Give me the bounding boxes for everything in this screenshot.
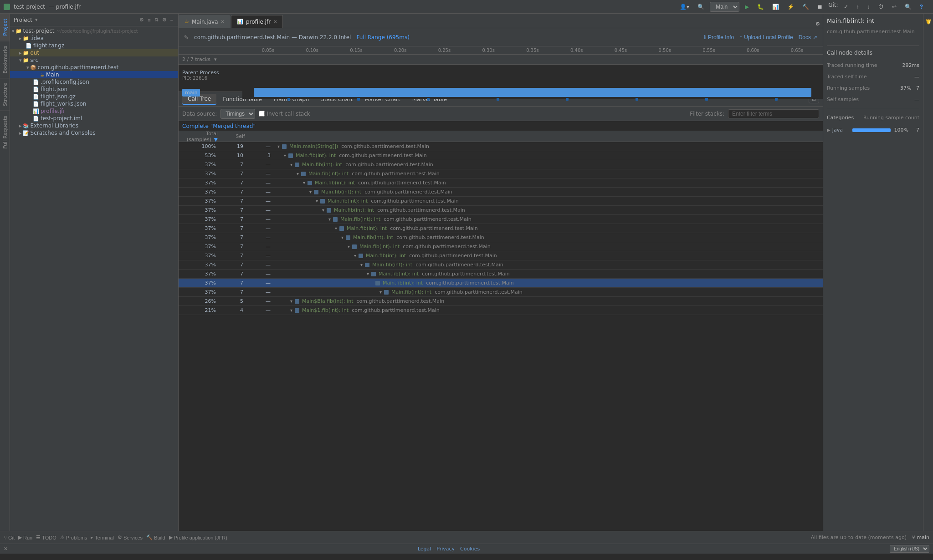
call-row[interactable]: 100% 19 — ▾ Main.main(String[]) com.gith… [179,142,823,151]
structure-tab[interactable]: Structure [0,78,10,111]
profile-app-btn[interactable]: ▶ Profile application (JFR) [169,535,227,540]
call-row[interactable]: 26% 5 — ▾ Main$Bla.fib(int): int com.git… [179,297,823,306]
invert-label[interactable]: Invert call stack [259,111,310,117]
cookies-link[interactable]: Cookies [460,546,480,552]
panel-close-btn[interactable]: − [169,17,174,23]
ct-toolbar: Data source: Timings Invert call stack F… [179,107,823,121]
git-status-btn[interactable]: ⑂ Git [4,535,15,540]
coverage-btn[interactable]: 📊 [769,2,782,12]
todo-btn[interactable]: ☰ TODO [36,535,56,540]
legal-link[interactable]: Legal [418,546,431,552]
call-row[interactable]: 37% 7 — ▾ Main.fib(int): int com.github.… [179,233,823,242]
stop-btn[interactable]: ⏹ [815,2,825,12]
tab-close-jfr[interactable]: ✕ [273,19,277,24]
tree-item-scratches[interactable]: ▸ 📝 Scratches and Consoles [10,129,178,137]
call-row[interactable]: 37% 7 — ▾ Main.fib(int): int com.github.… [179,197,823,206]
call-row[interactable]: 37% 7 — ▾ Main.fib(int): int com.github.… [179,188,823,197]
tree-item-flight-works[interactable]: 📄 flight_works.json [10,100,178,107]
filter-input[interactable] [728,109,819,118]
tree-item-src[interactable]: ▾ 📁 src [10,56,178,64]
call-row[interactable]: 37% 7 — ▾ Main.fib(int): int com.github.… [179,160,823,169]
profile-btn[interactable]: ⚡ [784,2,797,12]
run-config-dropdown[interactable]: Main [710,2,739,12]
call-row[interactable]: 37% 7 — ▾ Main.fib(int): int com.github.… [179,288,823,297]
call-row[interactable]: 37% 7 — ▾ Main.fib(int): int com.github.… [179,215,823,224]
tab-settings-btn[interactable]: ⚙ [813,20,823,28]
tree-item-flight-json-gz[interactable]: 📄 flight.json.gz [10,93,178,100]
tree-item-profile-jfr[interactable]: 📊 profile.jfr [10,107,178,115]
git-pull-btn[interactable]: ↓ [865,2,873,12]
tree-item-package[interactable]: ▾ 📦 com.github.parttimenerd.test [10,64,178,71]
privacy-link[interactable]: Privacy [436,546,455,552]
chevron-icon: ▾ [379,290,382,295]
tab-main-java[interactable]: ☕ Main.java ✕ [179,15,231,28]
call-row[interactable]: 21% 4 — ▾ Main$1.fib(int): int com.githu… [179,306,823,315]
invert-checkbox[interactable] [259,111,265,117]
call-table-body[interactable]: 100% 19 — ▾ Main.main(String[]) com.gith… [179,142,823,531]
call-row[interactable]: 37% 7 — Main.fib(int): int com.github.pa… [179,279,823,288]
call-row[interactable]: 37% 7 — ▾ Main.fib(int): int com.github.… [179,270,823,279]
category-expand-icon[interactable]: ▶ [827,127,830,132]
track-content-main[interactable] [242,86,823,99]
call-row[interactable]: 37% 7 — ▾ Main.fib(int): int com.github.… [179,206,823,215]
project-tab[interactable]: Project [0,14,10,41]
tab-profile-jfr[interactable]: 📊 profile.jfr ✕ [231,15,283,28]
func-name: Main.fib(int): int [353,234,393,240]
profile-info-btn[interactable]: ℹ Profile Info [704,34,734,41]
settings-btn[interactable]: 🔍 [695,2,707,12]
call-row[interactable]: 37% 7 — ▾ Main.fib(int): int com.github.… [179,178,823,188]
class-icon [384,290,389,295]
tree-item-ext-libs[interactable]: ▸ 📚 External Libraries [10,122,178,129]
bookmarks-tab[interactable]: Bookmarks [0,41,10,78]
panel-sort-btn[interactable]: ⇅ [153,16,160,23]
tree-item-main-java[interactable]: ☕ Main [10,71,178,78]
datasource-select[interactable]: Timings [220,109,255,119]
help-btn[interactable]: ? [917,2,926,12]
tree-item-out[interactable]: ▸ 📁 out [10,49,178,56]
build-btn[interactable]: 🔨 [800,2,812,12]
col-header-total[interactable]: Total (samples) ▼ [180,131,221,143]
tree-item-tar[interactable]: 📄 flight.tar.gz [10,42,178,49]
full-requests-tab[interactable]: Full Requests [0,111,10,153]
debug-btn[interactable]: 🐛 [754,2,767,12]
call-row[interactable]: 53% 10 3 ▾ Main.fib(int): int com.github… [179,151,823,160]
class-icon [375,281,380,285]
panel-settings-btn[interactable]: ⚙ [138,16,145,23]
func-name: Main$Bla.fib(int): int [302,298,353,304]
run-btn[interactable]: ▶ [742,2,752,12]
user-icon-btn[interactable]: 👤▾ [677,2,692,12]
tracks-expand-btn[interactable]: ▾ [214,56,217,62]
terminal-btn[interactable]: ▸ Terminal [91,535,114,540]
tree-label: test-project.iml [41,115,82,122]
tab-close-java[interactable]: ✕ [220,19,224,24]
profile-range[interactable]: Full Range (695ms) [356,34,409,41]
docs-btn[interactable]: Docs ↗ [799,34,817,41]
git-push-btn[interactable]: ↑ [854,2,862,12]
panel-collapse-btn[interactable]: ≡ [146,17,152,23]
col-header-self[interactable]: Self [221,133,249,139]
tree-item-flight-json[interactable]: 📄 flight.json [10,86,178,93]
tree-item-test-project[interactable]: ▾ 📁 test-project ~/code/tooling/jfrplugi… [10,27,178,35]
git-check-btn[interactable]: ✓ [841,2,851,12]
run-status-btn[interactable]: ▶ Run [18,535,32,540]
close-footer-btn[interactable]: ✕ [4,546,8,552]
call-row[interactable]: 37% 7 — ▾ Main.fib(int): int com.github.… [179,251,823,260]
track-content-parent[interactable] [242,69,823,81]
git-rollback-btn[interactable]: ↩ [889,2,899,12]
call-row[interactable]: 37% 7 — ▾ Main.fib(int): int com.github.… [179,224,823,233]
build-btn[interactable]: 🔨 Build [146,535,165,540]
language-select[interactable]: English (US) [890,545,929,553]
side-tab-notifications[interactable]: 🔔 [924,15,933,29]
panel-gear-btn[interactable]: ⚙ [161,16,168,23]
search-btn[interactable]: 🔍 [902,2,914,12]
call-row[interactable]: 37% 7 — ▾ Main.fib(int): int com.github.… [179,260,823,270]
git-history-btn[interactable]: ⏱ [876,2,887,12]
call-row[interactable]: 37% 7 — ▾ Main.fib(int): int com.github.… [179,169,823,178]
call-row[interactable]: 37% 7 — ▾ Main.fib(int): int com.github.… [179,242,823,251]
tree-item-profileconfig[interactable]: 📄 .profileconfig.json [10,78,178,86]
upload-btn[interactable]: ↑ Upload Local Profile [739,34,793,41]
services-btn[interactable]: ⚙ Services [118,535,143,540]
problems-btn[interactable]: ⚠ Problems [60,535,87,540]
tree-item-idea[interactable]: ▸ 📁 .idea [10,35,178,42]
tree-item-iml[interactable]: 📄 test-project.iml [10,115,178,122]
